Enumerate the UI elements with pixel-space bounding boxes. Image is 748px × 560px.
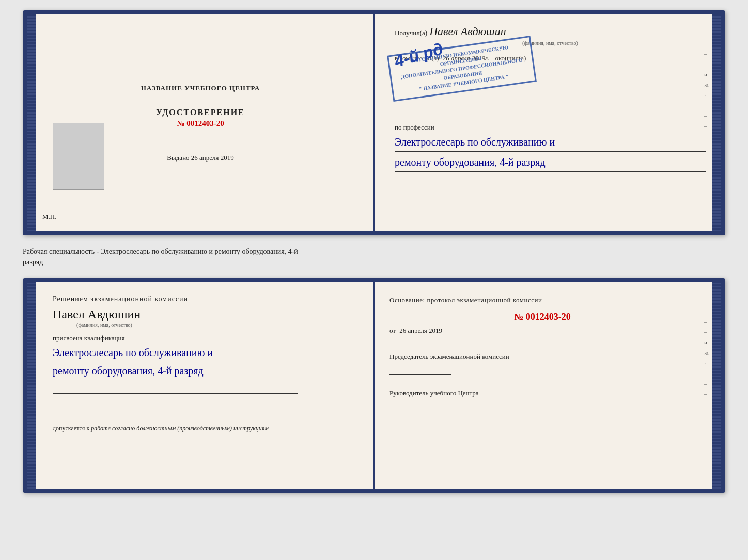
profession-line1: Электрослесарь по обслуживанию и <box>395 134 706 152</box>
bottom-edge-marks: – – – и ›а ← – – – – <box>704 308 710 407</box>
top-left-page: НАЗВАНИЕ УЧЕБНОГО ЦЕНТРА УДОСТОВЕРЕНИЕ №… <box>27 14 374 231</box>
predsedatel-label: Председатель экзаменационной комиссии <box>389 353 509 360</box>
edge-marks: – – – и ›а ← – – – – <box>704 40 710 139</box>
kvalif-line1: Электрослесарь по обслуживанию и <box>53 344 359 362</box>
sign-line-1 <box>53 386 298 394</box>
photo-placeholder <box>53 123 104 190</box>
b-edge-mark-7: – <box>704 401 710 407</box>
bottom-fio-hint: (фамилия, имя, отчество) <box>53 322 156 328</box>
edge-mark-6: – <box>704 123 710 129</box>
dopuskaetsya-text: работе согласно должностным (производств… <box>91 425 269 432</box>
person-name: Павел Авдюшин <box>53 308 359 322</box>
mp-label: М.П. <box>42 213 56 221</box>
edge-mark-1: – <box>704 40 710 46</box>
vydano-date: 26 апреля 2019 <box>191 154 234 162</box>
edge-mark-5: – <box>704 113 710 119</box>
vydano-label: Выдано <box>167 154 189 162</box>
b-edge-mark-arrow: ← <box>704 360 710 366</box>
b-edge-mark-2: – <box>704 318 710 325</box>
vydano-line: Выдано 26 апреля 2019 <box>167 154 233 162</box>
b-edge-mark-3: – <box>704 329 710 335</box>
komissia-title: Решением экзаменационной комиссии <box>53 295 359 303</box>
predsedatel-sign-line <box>389 366 451 375</box>
top-document: НАЗВАНИЕ УЧЕБНОГО ЦЕНТРА УДОСТОВЕРЕНИЕ №… <box>23 10 725 235</box>
edge-mark-arrow: ← <box>704 92 710 98</box>
kvalif-line2: ремонту оборудования, 4-й разряд <box>53 362 359 380</box>
person-name-block: Павел Авдюшин (фамилия, имя, отчество) <box>53 308 359 328</box>
edge-mark-3: – <box>704 61 710 67</box>
bottom-document: Решением экзаменационной комиссии Павел … <box>23 278 725 493</box>
edge-mark-4: – <box>704 102 710 108</box>
dopuskaetsya-label: допускается к <box>53 425 89 432</box>
edge-mark-2: – <box>704 51 710 57</box>
training-center-title: НАЗВАНИЕ УЧЕБНОГО ЦЕНТРА <box>141 84 260 92</box>
bottom-left-page: Решением экзаменационной комиссии Павел … <box>27 282 374 489</box>
b-edge-mark-4: – <box>704 370 710 376</box>
bottom-right-page: – – – и ›а ← – – – – Основание: протокол… <box>374 282 721 489</box>
rukovoditel-block: Руководитель учебного Центра <box>389 388 695 414</box>
b-edge-mark-i: и <box>704 339 710 345</box>
ot-label: от <box>389 327 396 334</box>
b-edge-mark-1: – <box>704 308 710 314</box>
po-professii-label: по профессии <box>395 123 434 131</box>
separator-line2: разряд <box>23 257 725 267</box>
poluchil-line: Получил(a) Павел Авдюшин <box>395 25 706 38</box>
recipient-name: Павел Авдюшин <box>429 25 506 38</box>
rukovoditel-label: Руководитель учебного Центра <box>389 389 479 397</box>
certificate-label: УДОСТОВЕРЕНИЕ <box>156 108 245 117</box>
certificate-block: УДОСТОВЕРЕНИЕ № 0012403-20 <box>156 108 245 128</box>
rukovoditel-sign-line <box>389 403 451 411</box>
prisvoena-label: присвоена квалификация <box>53 334 359 342</box>
profession-block: по профессии Электрослесарь по обслужива… <box>395 123 706 172</box>
separator-text: Рабочая специальность - Электрослесарь п… <box>23 244 725 270</box>
poluchil-label: Получил(a) <box>395 29 427 37</box>
stamp: 4-й рд АВТОНОМНУЮ НЕКОММЕРЧЕСКУЮ ОРГАНИЗ… <box>387 36 537 102</box>
edge-mark-7: – <box>704 133 710 139</box>
b-edge-mark-5: – <box>704 380 710 387</box>
b-edge-mark-a: ›а <box>704 349 710 356</box>
edge-mark-i: и <box>704 71 710 77</box>
ot-date: 26 апреля 2019 <box>399 327 442 334</box>
separator-line1: Рабочая специальность - Электрослесарь п… <box>23 247 725 257</box>
b-edge-mark-6: – <box>704 391 710 397</box>
ot-line: от 26 апреля 2019 <box>389 327 695 335</box>
kvalif-block: Электрослесарь по обслуживанию и ремонту… <box>53 344 359 380</box>
profession-line2: ремонту оборудования, 4-й разряд <box>395 154 706 172</box>
bottom-spine <box>373 282 375 489</box>
sign-lines-block <box>53 386 359 414</box>
sign-line-3 <box>53 406 298 414</box>
edge-mark-a: ›а <box>704 82 710 88</box>
sign-line-2 <box>53 396 298 404</box>
top-right-page: – – – и ›а ← – – – – Получил(a) Павел Ав… <box>374 14 721 231</box>
predsedatel-block: Председатель экзаменационной комиссии <box>389 351 695 378</box>
dopuskaetsya-block: допускается к работе согласно должностны… <box>53 425 359 433</box>
osnovaniye-number: № 0012403-20 <box>389 312 695 323</box>
certificate-number: № 0012403-20 <box>156 119 245 128</box>
osnovaniye-title: Основание: протокол экзаменационной коми… <box>389 295 695 306</box>
spine <box>373 14 375 231</box>
